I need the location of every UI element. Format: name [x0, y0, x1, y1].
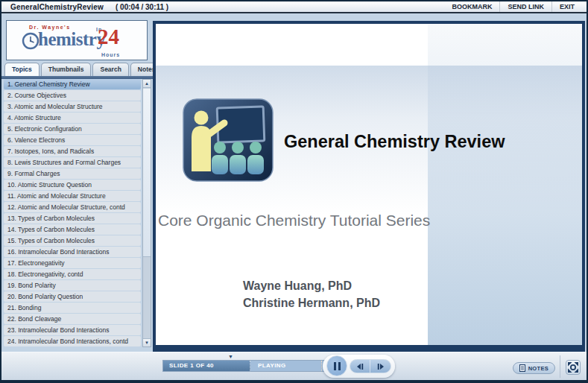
transport-controls	[323, 355, 395, 378]
topic-item[interactable]: 12. Atomic and Molecular Structure, cont…	[4, 202, 141, 212]
slide-stage: General Chemistry Review Core Organic Ch…	[153, 21, 585, 352]
next-slide-button[interactable]	[370, 360, 391, 373]
topic-item[interactable]: 22. Bond Cleavage	[4, 314, 141, 324]
logo-hours-text: Hours	[101, 52, 120, 57]
slide-counter: SLIDE 1 OF 40	[163, 361, 250, 371]
topic-item[interactable]: 4. Atomic Structure	[4, 113, 141, 123]
topic-item[interactable]: 11. Atomic and Molecular Structure	[4, 191, 141, 201]
notes-label: NOTES	[528, 365, 549, 372]
tab-topics[interactable]: Topics	[4, 63, 39, 76]
topic-item[interactable]: 2. Course Objectives	[4, 90, 141, 101]
topic-item[interactable]: 20. Bond Polarity Question	[4, 291, 141, 302]
topic-item[interactable]: 5. Electronic Configuration	[4, 124, 141, 134]
playback-bar: ▼ SLIDE 1 OF 40 PLAYING 00:04 / 00:11	[1, 352, 587, 380]
scroll-down-icon[interactable]: ▼	[143, 338, 151, 346]
player-window: GeneralChemistryReview ( 00:04 / 30:11 )…	[0, 0, 588, 383]
topic-item[interactable]: 8. Lewis Structures and Formal Charges	[4, 157, 141, 168]
topic-item[interactable]: 10. Atomic Structure Question	[4, 180, 141, 190]
author-line: Christine Hermann, PhD	[243, 294, 380, 311]
top-menu: BOOKMARKSEND LINKEXIT	[444, 1, 582, 12]
logo-chemistry-text: hemistry	[38, 29, 105, 50]
fullscreen-icon	[568, 362, 578, 373]
scroll-up-icon[interactable]: ▲	[143, 80, 151, 88]
topic-item[interactable]: 14. Types of Carbon Molecules	[4, 224, 141, 235]
scrollbar-thumb[interactable]	[143, 89, 151, 257]
notes-document-icon	[519, 364, 525, 372]
exit-button[interactable]: EXIT	[551, 1, 582, 12]
topic-item[interactable]: 23. Intramolecular Bond Interactions	[4, 325, 141, 335]
author-line: Wayne Huang, PhD	[243, 277, 380, 294]
send-link-button[interactable]: SEND LINK	[499, 1, 551, 12]
tab-search[interactable]: Search	[92, 63, 128, 76]
topic-item[interactable]: 6. Valence Electrons	[4, 135, 141, 145]
logo-24-text: 24	[98, 25, 119, 49]
slide-title: General Chemistry Review	[284, 132, 505, 152]
sidebar: Dr. Wayne's hemistry In 24 Hours TopicsT…	[1, 15, 154, 352]
topic-item[interactable]: 17. Electronegativity	[4, 258, 141, 268]
topic-item[interactable]: 1. General Chemistry Review	[4, 79, 141, 89]
slide-nav-pill	[350, 359, 391, 373]
topic-item[interactable]: 19. Bond Polarity	[4, 280, 141, 291]
playback-status: PLAYING	[250, 361, 322, 371]
window-title: GeneralChemistryReview	[10, 3, 104, 11]
bottom-bar-divider	[560, 355, 560, 378]
total-time-display: ( 00:04 / 30:11 )	[116, 3, 168, 11]
topic-item[interactable]: 13. Types of Carbon Molecules	[4, 213, 141, 224]
next-icon	[376, 363, 385, 370]
classroom-teacher-icon	[183, 98, 274, 182]
slide-subtitle: Core Organic Chemistry Tutorial Series	[158, 212, 430, 230]
pause-icon	[334, 362, 341, 370]
sidebar-tabs: TopicsThumbnailsSearchNotes	[4, 63, 162, 76]
pause-button[interactable]	[326, 355, 347, 376]
previous-icon	[355, 363, 364, 370]
topic-item[interactable]: 21. Bonding	[4, 303, 141, 313]
tab-thumbnails[interactable]: Thumbnails	[41, 63, 92, 76]
topic-item[interactable]: 3. Atomic and Molecular Structure	[4, 101, 141, 112]
topic-item[interactable]: 24. Intramolecular Bond Interactions, co…	[4, 336, 141, 346]
topic-item[interactable]: 7. Isotopes, Ions, and Radicals	[4, 146, 141, 156]
collapse-handle-icon[interactable]: ▼	[228, 354, 233, 359]
brand-logo: Dr. Wayne's hemistry In 24 Hours	[6, 20, 148, 60]
fullscreen-button[interactable]	[566, 360, 581, 375]
bookmark-button[interactable]: BOOKMARK	[444, 1, 499, 12]
topic-list: 1. General Chemistry Review2. Course Obj…	[4, 79, 141, 347]
slide-authors: Wayne Huang, PhDChristine Hermann, PhD	[243, 277, 380, 311]
topic-list-scrollbar[interactable]: ▲ ▼	[142, 79, 151, 347]
previous-slide-button[interactable]	[350, 360, 370, 373]
title-bar: GeneralChemistryReview ( 00:04 / 30:11 )…	[1, 1, 587, 13]
notes-button[interactable]: NOTES	[513, 362, 555, 374]
topic-item[interactable]: 15. Types of Carbon Molecules	[4, 235, 141, 246]
topic-item[interactable]: 16. Intramolecular Bond Interactions	[4, 247, 141, 257]
topic-item[interactable]: 18. Electronegativity, contd	[4, 269, 141, 279]
clock-icon	[22, 32, 39, 53]
topic-item[interactable]: 9. Formal Charges	[4, 168, 141, 179]
